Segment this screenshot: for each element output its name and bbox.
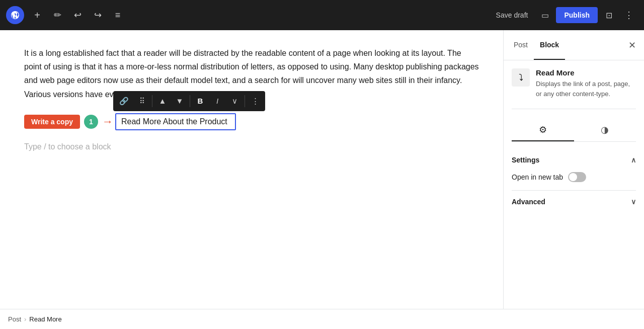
sidebar: Post Block ✕ ⤵ Read More Displays the li… [503,30,644,309]
chevron-up-icon: ▲ [159,97,167,105]
step-circle: 1 [84,115,98,129]
open-new-tab-toggle[interactable] [568,172,586,182]
type-hint[interactable]: Type / to choose a block [24,142,479,151]
block-name: Read More [536,68,636,77]
more-icon: ⋮ [252,97,259,106]
plus-icon: + [34,10,40,21]
settings-header[interactable]: Settings ∧ [512,150,636,170]
chevron-up-settings-icon: ∧ [631,156,636,164]
pencil-icon: ✏ [54,10,61,21]
sidebar-toggle-icon: ⊡ [606,11,612,20]
list-icon [115,10,121,21]
breadcrumb-separator: › [24,315,26,323]
close-icon: ✕ [628,40,636,51]
undo-button[interactable] [68,6,87,24]
add-block-button[interactable]: + [28,6,46,24]
drag-icon: ⠿ [139,97,145,106]
open-in-new-tab-row: Open in new tab [512,170,636,184]
chevron-down-advanced-icon: ∨ [631,198,636,206]
advanced-header[interactable]: Advanced ∨ [512,191,636,213]
layout-icon: ▭ [541,11,549,20]
write-copy-badge: Write a copy [24,115,80,129]
contrast-icon: ◑ [601,124,609,135]
floating-toolbar: 🔗 ⠿ ▲ ▼ B [113,91,265,111]
save-draft-button[interactable]: Save draft [490,7,534,23]
italic-button[interactable]: I [209,93,225,109]
layout-toggle-button[interactable]: ▭ [536,6,554,24]
sidebar-toggle-button[interactable]: ⊡ [600,6,618,24]
more-options-button[interactable]: ⋮ [247,93,263,109]
link-button[interactable]: 🔗 [115,93,133,109]
close-sidebar-button[interactable]: ✕ [624,37,640,53]
block-details: Read More Displays the link of a post, p… [536,68,636,99]
list-view-button[interactable] [109,6,127,24]
publish-button[interactable]: Publish [556,7,598,23]
breadcrumb-read-more: Read More [29,315,61,323]
tools-button[interactable]: ✏ [48,6,66,24]
arrow-icon: → [102,115,113,128]
chevron-text-icon: ∨ [232,97,237,106]
read-more-section: Write a copy 1 → 🔗 ⠿ ▲ ▼ [24,113,479,130]
settings-label: Settings [512,156,539,164]
italic-icon: I [216,97,218,105]
chevron-down-icon: ▼ [176,97,184,105]
advanced-section: Advanced ∨ [512,190,636,213]
toolbar-divider [152,95,152,107]
drag-handle[interactable]: ⠿ [134,93,150,109]
open-new-tab-label: Open in new tab [512,173,563,181]
redo-icon [94,10,102,21]
sidebar-content: ⤵ Read More Displays the link of a post,… [504,60,644,309]
block-info: ⤵ Read More Displays the link of a post,… [512,68,636,109]
wp-logo[interactable] [6,6,24,24]
move-down-button[interactable]: ▼ [172,93,188,109]
main-toolbar: + ✏ Save draft ▭ Publish ⊡ [0,0,644,30]
dots-icon [624,10,633,21]
options-button[interactable] [620,6,638,24]
bold-icon: B [198,97,203,105]
tab-post[interactable]: Post [508,30,534,60]
settings-section: Settings ∧ Open in new tab [512,150,636,190]
sidebar-header: Post Block ✕ [504,30,644,60]
text-options-button[interactable]: ∨ [226,93,243,109]
toolbar-divider-3 [245,95,245,107]
toolbar-divider-2 [190,95,190,107]
breadcrumb-post[interactable]: Post [8,315,21,323]
editor-area: It is a long established fact that a rea… [0,30,503,309]
bold-button[interactable]: B [192,93,208,109]
read-more-icon: ⤵ [519,72,523,83]
redo-button[interactable] [89,6,107,24]
main-layout: It is a long established fact that a rea… [0,30,644,309]
settings-icon-tab[interactable]: ⚙ [512,119,574,141]
read-more-input[interactable] [115,113,236,130]
undo-icon [74,10,82,21]
move-up-button[interactable]: ▲ [154,93,171,109]
breadcrumb-bar: Post › Read More [0,309,644,329]
gear-icon: ⚙ [539,124,547,135]
advanced-label: Advanced [512,198,545,206]
link-icon: 🔗 [119,97,129,106]
style-icon-tab[interactable]: ◑ [574,119,636,141]
sidebar-icon-tabs: ⚙ ◑ [512,119,636,142]
block-icon: ⤵ [512,68,530,87]
settings-content: Open in new tab [512,170,636,190]
block-toolbar-wrapper: 🔗 ⠿ ▲ ▼ B [115,113,236,130]
block-desc: Displays the link of a post, page, or an… [536,79,636,99]
tab-block[interactable]: Block [534,30,565,60]
